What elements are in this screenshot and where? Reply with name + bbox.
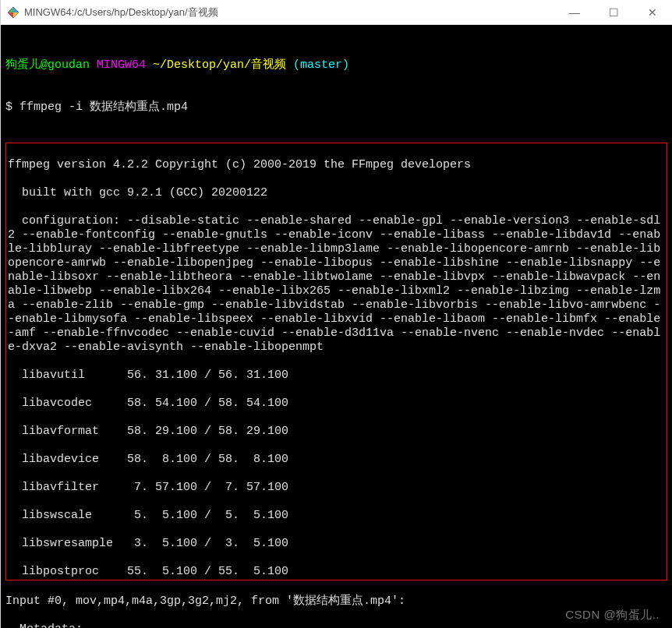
window-controls: — ☐ ✕	[555, 0, 672, 25]
lib-line: libswscale 5. 5.100 / 5. 5.100	[8, 509, 665, 523]
lib-line: libavdevice 58. 8.100 / 58. 8.100	[8, 453, 665, 467]
input-line: Input #0, mov,mp4,m4a,3gp,3g2,mj2, from …	[5, 594, 667, 609]
prompt-path: ~/Desktop/yan/音视频	[153, 58, 286, 72]
prompt-user: 狗蛋儿@goudan	[5, 58, 90, 72]
prompt-branch: (master)	[293, 58, 349, 72]
titlebar[interactable]: MINGW64:/c/Users/hp/Desktop/yan/音视频 — ☐ …	[1, 0, 672, 25]
prompt-env: MINGW64	[97, 58, 146, 72]
ffmpeg-version: ffmpeg version 4.2.2 Copyright (c) 2000-…	[8, 158, 665, 172]
terminal-area[interactable]: 狗蛋儿@goudan MINGW64 ~/Desktop/yan/音视频 (ma…	[1, 25, 672, 628]
minimize-button[interactable]: —	[555, 0, 594, 25]
ffmpeg-info-box: ffmpeg version 4.2.2 Copyright (c) 2000-…	[5, 143, 667, 580]
command-line: $ ffmpeg -i 数据结构重点.mp4	[5, 101, 667, 115]
lib-line: libavcodec 58. 54.100 / 58. 54.100	[8, 397, 665, 411]
lib-line: libpostproc 55. 5.100 / 55. 5.100	[8, 565, 665, 579]
lib-line: libavformat 58. 29.100 / 58. 29.100	[8, 425, 665, 439]
maximize-button[interactable]: ☐	[594, 0, 633, 25]
lib-line: libavutil 56. 31.100 / 56. 31.100	[8, 369, 665, 383]
app-icon	[7, 6, 19, 19]
watermark: CSDN @狗蛋儿..	[565, 608, 660, 622]
lib-line: libswresample 3. 5.100 / 3. 5.100	[8, 537, 665, 551]
ffmpeg-config: configuration: --disable-static --enable…	[8, 214, 665, 355]
ffmpeg-built: built with gcc 9.2.1 (GCC) 20200122	[8, 186, 665, 200]
close-button[interactable]: ✕	[633, 0, 672, 25]
window-title: MINGW64:/c/Users/hp/Desktop/yan/音视频	[24, 5, 218, 19]
app-window: MINGW64:/c/Users/hp/Desktop/yan/音视频 — ☐ …	[0, 0, 672, 628]
prompt-line: 狗蛋儿@goudan MINGW64 ~/Desktop/yan/音视频 (ma…	[5, 58, 667, 72]
lib-line: libavfilter 7. 57.100 / 7. 57.100	[8, 481, 665, 495]
svg-marker-2	[13, 12, 19, 18]
svg-marker-4	[8, 7, 13, 12]
metadata-header: Metadata:	[5, 623, 667, 628]
